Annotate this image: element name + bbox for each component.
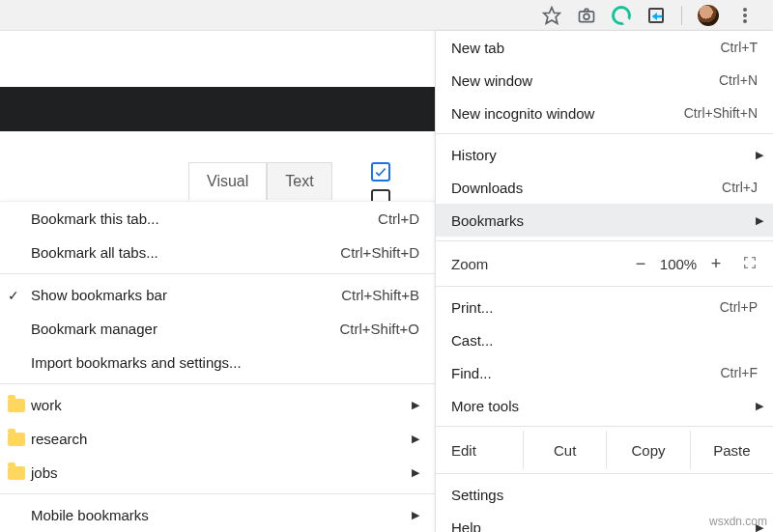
edit-cut-button[interactable]: Cut: [523, 431, 606, 469]
menu-label: New incognito window: [451, 105, 676, 122]
menu-shortcut: Ctrl+P: [720, 299, 758, 315]
menu-label: New tab: [451, 40, 713, 56]
folder-icon: [8, 433, 25, 446]
menu-label: Cast...: [451, 332, 758, 349]
menu-shortcut: Ctrl+Shift+O: [339, 321, 419, 337]
menu-divider: [436, 133, 773, 134]
menu-label: Import bookmarks and settings...: [31, 354, 419, 371]
svg-point-4: [743, 14, 747, 17]
menu-shortcut: Ctrl+T: [721, 40, 759, 55]
menu-history[interactable]: History ▶: [436, 138, 773, 171]
menu-edit-row: Edit Cut Copy Paste: [436, 431, 773, 469]
svg-rect-1: [580, 11, 594, 21]
chevron-right-icon: ▶: [412, 509, 419, 521]
zoom-value: 100%: [655, 256, 701, 272]
menu-label: research: [31, 431, 419, 447]
submenu-import-bookmarks[interactable]: Import bookmarks and settings...: [0, 346, 435, 379]
menu-new-window[interactable]: New window Ctrl+N: [436, 64, 773, 97]
submenu-show-bookmarks-bar[interactable]: ✓ Show bookmarks bar Ctrl+Shift+B: [0, 278, 435, 312]
menu-print[interactable]: Print... Ctrl+P: [436, 291, 773, 323]
edit-paste-button[interactable]: Paste: [690, 431, 773, 469]
menu-find[interactable]: Find... Ctrl+F: [436, 356, 773, 389]
menu-label: Bookmark this tab...: [31, 210, 378, 227]
menu-shortcut: Ctrl+Shift+N: [684, 105, 758, 121]
page-dark-band: [0, 87, 435, 131]
menu-divider: [436, 286, 773, 287]
camera-icon[interactable]: [577, 6, 596, 25]
menu-label: Print...: [451, 299, 712, 316]
editor-tabs: Visual Text: [188, 162, 332, 200]
toolbar-separator: [681, 6, 682, 25]
tab-text[interactable]: Text: [267, 162, 331, 200]
folder-icon: [8, 399, 25, 412]
menu-label: Mobile bookmarks: [31, 507, 419, 523]
menu-label: Downloads: [451, 180, 714, 196]
menu-new-incognito[interactable]: New incognito window Ctrl+Shift+N: [436, 97, 773, 129]
zoom-in-button[interactable]: +: [701, 254, 730, 274]
menu-more-tools[interactable]: More tools ▶: [436, 389, 773, 422]
submenu-bookmark-manager[interactable]: Bookmark manager Ctrl+Shift+O: [0, 312, 435, 346]
bookmark-mobile[interactable]: Mobile bookmarks ▶: [0, 498, 435, 532]
menu-downloads[interactable]: Downloads Ctrl+J: [436, 171, 773, 204]
bookmark-folder-jobs[interactable]: jobs ▶: [0, 456, 435, 490]
menu-divider: [436, 473, 773, 474]
menu-settings[interactable]: Settings: [436, 478, 773, 511]
checkbox-checked[interactable]: [371, 162, 390, 182]
chevron-right-icon: ▶: [756, 400, 763, 412]
menu-new-tab[interactable]: New tab Ctrl+T: [436, 31, 773, 64]
menu-label: Find...: [451, 365, 713, 381]
chrome-main-menu: New tab Ctrl+T New window Ctrl+N New inc…: [435, 31, 773, 532]
bookmark-folder-work[interactable]: work ▶: [0, 388, 435, 422]
menu-label: Edit: [451, 442, 523, 459]
menu-shortcut: Ctrl+N: [719, 72, 758, 88]
share-extension-icon[interactable]: [646, 6, 666, 25]
menu-label: Show bookmarks bar: [31, 287, 341, 303]
browser-toolbar: [0, 0, 773, 31]
svg-point-2: [584, 14, 589, 19]
zoom-out-button[interactable]: −: [626, 254, 655, 274]
check-icon: ✓: [8, 288, 19, 303]
edit-copy-button[interactable]: Copy: [606, 431, 689, 469]
menu-shortcut: Ctrl+Shift+B: [341, 287, 419, 303]
chevron-right-icon: ▶: [412, 399, 419, 411]
menu-label: Bookmark manager: [31, 321, 339, 337]
menu-label: More tools: [451, 398, 758, 414]
chevron-right-icon: ▶: [756, 149, 763, 161]
menu-label: Bookmarks: [451, 212, 758, 229]
menu-divider: [436, 240, 773, 241]
bookmark-folder-research[interactable]: research ▶: [0, 422, 435, 456]
profile-avatar[interactable]: [698, 5, 719, 26]
chevron-right-icon: ▶: [412, 466, 419, 479]
chevron-right-icon: ▶: [412, 433, 419, 445]
menu-label: jobs: [31, 464, 419, 481]
bookmarks-submenu: Bookmark this tab... Ctrl+D Bookmark all…: [0, 201, 435, 532]
svg-marker-0: [544, 7, 560, 23]
star-icon[interactable]: [542, 6, 561, 25]
kebab-menu-icon[interactable]: [734, 5, 756, 26]
menu-shortcut: Ctrl+J: [722, 180, 758, 195]
menu-divider: [0, 273, 435, 274]
menu-bookmarks[interactable]: Bookmarks ▶: [436, 204, 773, 237]
menu-divider: [0, 383, 435, 384]
menu-label: New window: [451, 72, 711, 89]
menu-label: work: [31, 397, 419, 413]
menu-zoom: Zoom − 100% +: [436, 245, 773, 282]
menu-label: Settings: [451, 487, 758, 503]
submenu-bookmark-this-tab[interactable]: Bookmark this tab... Ctrl+D: [0, 202, 435, 236]
tab-visual[interactable]: Visual: [188, 162, 267, 200]
chevron-right-icon: ▶: [756, 214, 763, 227]
svg-point-5: [743, 19, 747, 23]
watermark: wsxdn.com: [709, 515, 767, 528]
menu-label: Zoom: [451, 256, 626, 272]
grammarly-icon[interactable]: [612, 6, 631, 25]
svg-point-3: [743, 8, 747, 12]
menu-shortcut: Ctrl+D: [378, 210, 419, 227]
submenu-bookmark-all-tabs[interactable]: Bookmark all tabs... Ctrl+Shift+D: [0, 236, 435, 269]
folder-icon: [8, 466, 25, 480]
menu-cast[interactable]: Cast...: [436, 323, 773, 356]
menu-shortcut: Ctrl+Shift+D: [340, 244, 419, 261]
menu-divider: [0, 493, 435, 494]
menu-label: History: [451, 147, 758, 163]
fullscreen-icon[interactable]: [742, 255, 758, 273]
menu-divider: [436, 426, 773, 427]
